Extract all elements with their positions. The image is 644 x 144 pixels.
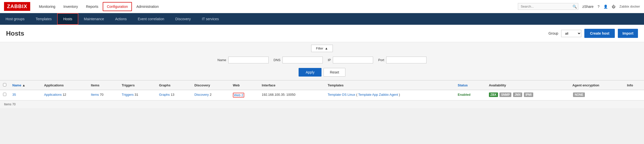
discovery-link[interactable]: Discovery: [194, 93, 209, 97]
row-checkbox-cell[interactable]: [0, 90, 9, 100]
col-triggers: Triggers: [119, 81, 156, 90]
col-templates: Templates: [325, 81, 455, 90]
filter-dns-label: DNS: [274, 58, 280, 62]
filter-ip-input[interactable]: [333, 57, 373, 63]
triggers-link[interactable]: Triggers: [122, 93, 134, 97]
nav-monitoring[interactable]: Monitoring: [35, 3, 59, 11]
logo[interactable]: ZABBIX: [4, 2, 30, 11]
filter-label: Filter: [316, 46, 323, 50]
filter-dns-group: DNS: [274, 57, 323, 63]
cell-interface: 192.168.100.35: 10050: [259, 90, 325, 100]
header-right: Group all Create host Import: [548, 29, 638, 38]
template-paren-close: ): [399, 93, 400, 97]
col-availability: Availability: [486, 81, 569, 90]
share-link[interactable]: zShare: [582, 5, 593, 9]
cell-items: Items 70: [88, 90, 119, 100]
graphs-link[interactable]: Graphs: [159, 93, 170, 97]
avail-snmp-badge: SNMP: [499, 92, 511, 97]
apply-button[interactable]: Apply: [299, 68, 321, 77]
applications-link[interactable]: Applications: [44, 93, 62, 97]
filter-port-input[interactable]: [386, 57, 426, 63]
col-status: Status: [455, 81, 486, 90]
top-nav-items: Monitoring Inventory Reports Configurati…: [35, 2, 518, 11]
filter-arrow-icon: ▲: [325, 46, 328, 50]
nav-hosts[interactable]: Hosts: [57, 13, 78, 25]
filter-toggle-button[interactable]: Filter ▲: [311, 45, 333, 52]
help-icon[interactable]: ?: [598, 5, 600, 9]
col-discovery: Discovery: [191, 81, 230, 90]
col-name[interactable]: Name ▲: [9, 81, 41, 90]
interface-value: 192.168.100.35: 10050: [262, 93, 296, 97]
nav-actions[interactable]: Actions: [110, 13, 132, 25]
nav-discovery[interactable]: Discovery: [170, 13, 196, 25]
host-name-link[interactable]: 35: [12, 93, 16, 97]
nav-it-services[interactable]: IT services: [196, 13, 224, 25]
group-select[interactable]: all: [561, 30, 581, 37]
nav-configuration[interactable]: Configuration: [103, 2, 132, 11]
filter-ip-group: IP: [328, 57, 373, 63]
items-link[interactable]: Items: [91, 93, 99, 97]
filter-buttons: Apply Reset: [0, 66, 644, 80]
group-label: Group: [548, 31, 558, 35]
create-host-button[interactable]: Create host: [584, 29, 615, 38]
search-input[interactable]: [518, 3, 578, 10]
top-nav: ZABBIX Monitoring Inventory Reports Conf…: [0, 0, 644, 13]
filter-section: Filter ▲ Name DNS IP Port Apply Reset: [0, 42, 644, 80]
cell-templates: Template OS Linux ( Template App Zabbix …: [325, 90, 455, 100]
filter-toggle-row: Filter ▲: [0, 42, 644, 54]
table-section: Name ▲ Applications Items Triggers Graph…: [0, 80, 644, 108]
reset-button[interactable]: Reset: [324, 68, 345, 77]
user-icon[interactable]: 👤: [603, 5, 608, 9]
avail-zbx-badge: ZBX: [489, 92, 498, 97]
template-os-linux-link[interactable]: Template OS Linux: [328, 93, 355, 97]
nav-maintenance[interactable]: Maintenance: [78, 13, 110, 25]
cell-availability: ZBX SNMP JMX IPMI: [486, 90, 569, 100]
col-items: Items: [88, 81, 119, 90]
import-button[interactable]: Import: [618, 29, 638, 38]
search-icon[interactable]: 🔍: [573, 5, 577, 9]
filter-name-input[interactable]: [228, 57, 269, 63]
cell-web: Web 2: [230, 90, 259, 100]
filter-dns-input[interactable]: [282, 57, 323, 63]
nav-reports[interactable]: Reports: [82, 3, 102, 11]
col-interface: Interface: [259, 81, 325, 90]
table-footer: Items 70: [0, 100, 644, 108]
items-count: 70: [100, 93, 103, 97]
footer-items-label: Items 70: [4, 103, 16, 106]
power-icon[interactable]: ⏻: [612, 5, 615, 9]
col-name-label[interactable]: Name: [12, 83, 21, 87]
filter-fields: Name DNS IP Port: [0, 54, 644, 66]
page-header: Hosts Group all Create host Import: [0, 25, 644, 42]
avail-ipmi-badge: IPMI: [524, 92, 533, 97]
cell-applications: Applications 12: [41, 90, 88, 100]
nav-inventory[interactable]: Inventory: [60, 3, 82, 11]
col-graphs: Graphs: [156, 81, 192, 90]
cell-graphs: Graphs 13: [156, 90, 192, 100]
encryption-none-badge: NONE: [573, 92, 585, 97]
cell-info: [624, 90, 644, 100]
applications-count: 12: [63, 93, 66, 97]
cell-triggers: Triggers 31: [119, 90, 156, 100]
cell-status: Enabled: [455, 90, 486, 100]
template-app-zabbix-link[interactable]: Template App Zabbix Agent: [358, 93, 398, 97]
col-applications: Applications: [41, 81, 88, 90]
page-title: Hosts: [6, 30, 548, 37]
discovery-count: 2: [210, 93, 211, 97]
select-all-checkbox-header[interactable]: [0, 81, 9, 90]
col-encryption: Agent encryption: [569, 81, 624, 90]
nav-administration[interactable]: Administration: [133, 3, 162, 11]
top-nav-right: 🔍 zShare ? 👤 ⏻ Zabbix docker: [518, 3, 640, 10]
nav-templates[interactable]: Templates: [30, 13, 57, 25]
filter-port-label: Port: [378, 58, 384, 62]
template-paren-open: (: [356, 93, 357, 97]
second-nav: Host groups Templates Hosts Maintenance …: [0, 13, 644, 25]
web-link[interactable]: Web 2: [234, 93, 243, 97]
select-all-checkbox[interactable]: [3, 83, 6, 86]
nav-event-correlation[interactable]: Event correlation: [132, 13, 170, 25]
hosts-table: Name ▲ Applications Items Triggers Graph…: [0, 80, 644, 100]
graphs-count: 13: [171, 93, 174, 97]
web-link-highlighted: Web 2: [233, 93, 244, 98]
row-checkbox[interactable]: [3, 93, 6, 96]
status-value: Enabled: [458, 93, 471, 97]
nav-host-groups[interactable]: Host groups: [0, 13, 30, 25]
